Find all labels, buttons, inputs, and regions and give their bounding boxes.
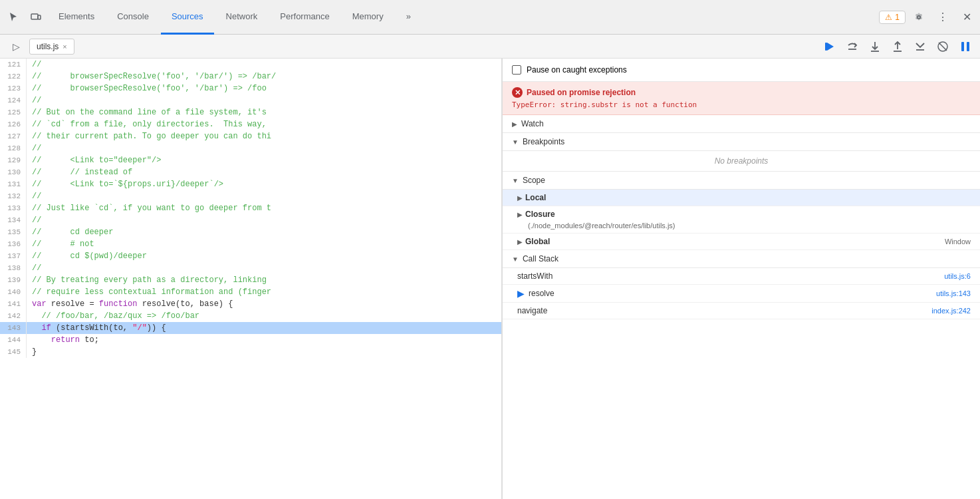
line-number: 130 [0,166,27,178]
code-line: 135// cd deeper [0,226,501,238]
settings-icon[interactable] [908,7,929,28]
line-content: if (startsWith(to, "/")) { [27,322,166,334]
scope-closure-item[interactable]: ▶ Closure (./node_modules/@reach/router/… [503,206,980,234]
line-number: 140 [0,286,27,298]
file-tab-utils[interactable]: utils.js × [29,39,74,55]
code-lines: 121//122// browserSpecResolve('foo', '/b… [0,59,501,499]
line-content: // <Link to=`${props.uri}/deeper`/> [27,178,223,190]
code-panel[interactable]: 121//122// browserSpecResolve('foo', '/b… [0,59,502,499]
rejection-error-message: TypeError: string.substr is not a functi… [512,100,971,109]
code-line: 140// require less contextual informatio… [0,286,501,298]
tab-sources[interactable]: Sources [161,0,214,35]
scope-local-label: Local [525,193,546,202]
code-line: 128// [0,142,501,154]
watch-section-header[interactable]: ▶ Watch [503,115,980,133]
line-number: 132 [0,190,27,202]
scope-global-expand-icon: ▶ [517,238,523,246]
line-number: 124 [0,94,27,106]
line-number: 126 [0,118,27,130]
line-content: // [27,59,41,71]
code-line: 122// browserSpecResolve('foo', '/bar/')… [0,71,501,83]
main-area: 121//122// browserSpecResolve('foo', '/b… [0,59,980,499]
sources-toolbar: ▷ utils.js × [0,35,980,59]
warning-badge[interactable]: ⚠ 1 [879,11,906,24]
watch-label: Watch [521,119,544,128]
device-toolbar-icon[interactable] [25,7,47,28]
svg-rect-12 [961,42,964,51]
code-line: 136// # not [0,238,501,250]
line-content: // browserSpecResolve('foo', '/bar') => … [27,83,267,94]
line-content: // browserSpecResolve('foo', '/bar/') =>… [27,71,276,83]
code-line: 127// their current path. To go deeper y… [0,130,501,142]
line-content: var resolve = function resolve(to, base)… [27,298,233,310]
callstack-item-resolve[interactable]: ▶ resolve utils.js:143 [503,285,980,303]
resume-button[interactable] [820,37,839,56]
line-content: // [27,262,41,274]
tab-performance[interactable]: Performance [269,0,340,35]
tab-elements[interactable]: Elements [48,0,105,35]
scope-global-label: Global [525,237,550,246]
file-tab-close[interactable]: × [62,43,66,51]
line-number: 133 [0,202,27,214]
step-over-button[interactable] [843,37,862,56]
devtools-tab-bar: Elements Console Sources Network Perform… [0,0,980,35]
line-content: // Just like `cd`, if you want to go dee… [27,202,271,214]
deactivate-breakpoints-button[interactable] [933,37,952,56]
tab-console[interactable]: Console [106,0,160,35]
line-content: // require less contextual information a… [27,286,271,298]
scope-local-expand-icon: ▶ [517,194,523,202]
tab-overflow[interactable]: » [396,0,422,35]
code-line: 132// [0,190,501,202]
rejection-banner: ✕ Paused on promise rejection TypeError:… [503,82,980,115]
line-number: 134 [0,214,27,226]
code-line: 139// By treating every path as a direct… [0,274,501,286]
rejection-title: ✕ Paused on promise rejection [512,87,971,98]
callstack-item-navigate[interactable]: navigate index.js:242 [503,303,980,319]
call-stack-section-header[interactable]: ▼ Call Stack [503,250,980,268]
code-line: 124// [0,94,501,106]
file-tree-toggle-icon[interactable]: ▷ [5,36,27,57]
right-panel: Pause on caught exceptions ✕ Paused on p… [502,59,980,499]
line-number: 145 [0,346,27,358]
more-options-icon[interactable]: ⋮ [932,7,953,28]
close-devtools-icon[interactable]: ✕ [956,7,977,28]
svg-rect-1 [38,15,41,19]
file-tab-name: utils.js [37,42,59,51]
tab-network[interactable]: Network [215,0,269,35]
code-line: 134// [0,214,501,226]
pause-on-exception-button[interactable] [956,37,975,56]
debug-controls [820,37,975,56]
scope-global-item[interactable]: ▶ Global Window [503,234,980,250]
line-content: // # not [27,238,94,250]
line-number: 136 [0,238,27,250]
scope-local-item[interactable]: ▶ Local [503,190,980,206]
line-content: // their current path. To go deeper you … [27,130,271,142]
step-button[interactable] [911,37,929,56]
line-number: 121 [0,59,27,71]
error-icon: ✕ [512,87,523,98]
tab-memory[interactable]: Memory [342,0,394,35]
line-number: 144 [0,334,27,346]
svg-rect-0 [31,14,38,19]
scope-closure-label: Closure [525,210,555,219]
cursor-icon[interactable] [3,7,24,28]
line-number: 141 [0,298,27,310]
call-stack-label: Call Stack [523,254,558,263]
line-number: 129 [0,154,27,166]
callstack-item-startsWith[interactable]: startsWith utils.js:6 [503,268,980,285]
line-number: 139 [0,274,27,286]
step-out-button[interactable] [888,37,907,56]
line-content: } [27,346,37,358]
line-number: 138 [0,262,27,274]
line-number: 142 [0,310,27,322]
svg-rect-13 [967,42,969,51]
breakpoints-section-header[interactable]: ▼ Breakpoints [503,133,980,151]
pause-caught-checkbox[interactable] [512,65,521,75]
warning-icon: ⚠ [885,13,892,22]
scope-section-header[interactable]: ▼ Scope [503,172,980,190]
step-into-button[interactable] [866,37,884,56]
line-number: 143 [0,322,27,334]
scope-closure-expand-icon: ▶ [517,211,523,218]
pause-caught-exceptions-row[interactable]: Pause on caught exceptions [503,59,980,82]
line-number: 128 [0,142,27,154]
